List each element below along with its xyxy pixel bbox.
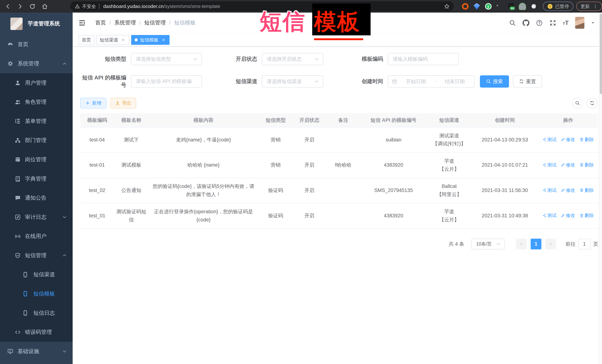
- browser-home-icon[interactable]: [42, 3, 48, 10]
- app-logo[interactable]: 芋道管理系统: [0, 13, 73, 35]
- search-icon[interactable]: [509, 20, 516, 26]
- sidebar-item-post-mgmt[interactable]: 岗位管理: [0, 150, 73, 169]
- goto-page-input[interactable]: [578, 239, 591, 250]
- export-button[interactable]: 导出: [110, 98, 136, 108]
- sidebar-item-sms-channel[interactable]: 短信渠道: [0, 265, 73, 284]
- row-action-test[interactable]: 测试: [542, 186, 557, 194]
- row-action-test[interactable]: 测试: [542, 161, 557, 169]
- row-action-test[interactable]: 测试: [542, 211, 557, 219]
- add-button[interactable]: 新增: [80, 98, 106, 108]
- channel-select[interactable]: 请选择短信渠道: [262, 75, 323, 88]
- update-label: 更新: [580, 3, 590, 10]
- reload-icon[interactable]: [29, 3, 36, 10]
- channel-tag: 【调试(钉钉)】: [429, 140, 470, 148]
- row-action-edit[interactable]: 修改: [561, 135, 575, 144]
- github-icon[interactable]: [523, 20, 529, 26]
- share-icon: [542, 137, 547, 142]
- sidebar-item-home[interactable]: 首页: [0, 35, 73, 54]
- extension-icon-person[interactable]: [519, 3, 526, 10]
- search-button[interactable]: 搜索: [480, 75, 509, 88]
- reset-button[interactable]: 重置: [513, 75, 542, 88]
- sidebar-item-online-users[interactable]: 在线用户: [0, 227, 73, 246]
- breadcrumb-item[interactable]: 短信管理: [144, 19, 166, 26]
- debug-paused-badge[interactable]: 已暂停: [543, 2, 573, 11]
- browser-update-button[interactable]: 更新: [576, 2, 602, 11]
- extension-icon-grid[interactable]: [496, 5, 500, 8]
- current-page-button[interactable]: 1: [531, 239, 541, 250]
- bookmark-star-icon[interactable]: [444, 3, 450, 9]
- extensions-puzzle-icon[interactable]: [531, 3, 537, 10]
- tab-close-icon[interactable]: ×: [120, 37, 126, 42]
- filter-label: 短信渠道: [205, 78, 262, 85]
- breadcrumb-item[interactable]: 首页: [95, 19, 106, 26]
- sidebar-item-sms-mgmt[interactable]: 短信管理: [0, 246, 73, 265]
- extension-icon-gem[interactable]: [473, 3, 480, 10]
- scrollbar-thumb[interactable]: [600, 13, 602, 94]
- sidebar-collapse-icon[interactable]: [78, 19, 86, 26]
- tab-close-icon[interactable]: ×: [161, 37, 166, 42]
- extension-icons: y on: [462, 3, 537, 10]
- not-secure-label[interactable]: 不安全: [82, 3, 96, 10]
- back-icon[interactable]: [5, 3, 11, 10]
- sidebar-item-sms-template[interactable]: 短信模板: [0, 284, 73, 303]
- sidebar-item-sms-log[interactable]: 短信日志: [0, 303, 73, 323]
- row-action-delete[interactable]: 删除: [580, 186, 594, 194]
- sidebar-item-infrastructure[interactable]: 基础设施: [0, 342, 73, 361]
- start-date-placeholder[interactable]: 开始日期: [400, 78, 431, 85]
- extension-icon-green-y[interactable]: y: [485, 3, 492, 10]
- template-code-input[interactable]: [388, 53, 458, 65]
- broadcast-icon: [15, 233, 21, 239]
- sidebar-item-role-mgmt[interactable]: 角色管理: [0, 92, 73, 112]
- tab-sms-template[interactable]: 短信模板×: [131, 35, 170, 45]
- extension-icon-orange[interactable]: [462, 3, 468, 10]
- sidebar-item-dept-mgmt[interactable]: 部门管理: [0, 131, 73, 150]
- sidebar-item-error-code-mgmt[interactable]: 错误码管理: [0, 322, 73, 342]
- sidebar-item-notice[interactable]: 通知公告: [0, 188, 73, 208]
- next-page-button[interactable]: [545, 239, 556, 250]
- tab-sms-channel[interactable]: 短信渠道×: [96, 35, 129, 45]
- cell-status: 开启: [293, 153, 326, 178]
- row-action-edit[interactable]: 修改: [561, 186, 575, 194]
- sidebar: 芋道管理系统 首页 系统管理 用户管理 角色管理 菜单管理: [0, 13, 73, 364]
- breadcrumb-item[interactable]: 系统管理: [114, 19, 136, 26]
- sidebar-item-user-mgmt[interactable]: 用户管理: [0, 73, 73, 93]
- sidebar-item-menu-mgmt[interactable]: 菜单管理: [0, 112, 73, 131]
- sidebar-item-audit-log[interactable]: 审计日志: [0, 208, 73, 227]
- api-template-id-input[interactable]: [131, 76, 202, 87]
- prev-page-button[interactable]: [516, 239, 527, 250]
- row-action-edit[interactable]: 修改: [561, 211, 575, 219]
- not-secure-warning-icon[interactable]: [75, 4, 80, 9]
- end-date-placeholder[interactable]: 结束日期: [439, 78, 471, 85]
- row-action-test[interactable]: 测试: [542, 135, 557, 144]
- sms-type-select[interactable]: 请选择短信类型: [131, 53, 202, 65]
- action-label: 删除: [585, 211, 594, 219]
- col-header: 模板编码: [80, 113, 114, 127]
- avatar-caret-down-icon[interactable]: [591, 21, 595, 25]
- row-action-delete[interactable]: 删除: [580, 211, 594, 219]
- cell-api-id: 4383920: [361, 203, 427, 229]
- sidebar-item-system-mgmt[interactable]: 系统管理: [0, 54, 73, 73]
- row-action-delete[interactable]: 删除: [580, 161, 594, 169]
- search-icon: [575, 101, 580, 105]
- channel-name: 芋道: [429, 157, 470, 165]
- page-size-select[interactable]: 10条/页: [471, 239, 505, 250]
- sidebar-item-dict-mgmt[interactable]: 字典管理: [0, 169, 73, 188]
- help-icon[interactable]: [536, 20, 543, 26]
- row-action-delete[interactable]: 删除: [580, 135, 594, 144]
- calendar-icon: [392, 79, 397, 84]
- refresh-table-button[interactable]: [587, 98, 597, 108]
- user-avatar[interactable]: [575, 17, 584, 29]
- browser-menu-dots-icon[interactable]: [593, 4, 598, 9]
- row-action-edit[interactable]: 修改: [561, 161, 575, 169]
- date-range-picker[interactable]: 开始日期 - 结束日期: [388, 75, 474, 88]
- extension-icon-switch-on[interactable]: on: [508, 3, 514, 8]
- tab-home[interactable]: 首页: [78, 35, 95, 45]
- forward-icon[interactable]: [17, 3, 23, 10]
- breadcrumb-separator: /: [109, 20, 111, 26]
- font-size-icon[interactable]: TT: [563, 20, 569, 26]
- sidebar-item-label: 短信模板: [33, 290, 55, 298]
- status-select[interactable]: 请选择开启状态: [262, 53, 323, 65]
- fullscreen-icon[interactable]: [549, 20, 556, 26]
- show-search-button[interactable]: [572, 98, 583, 108]
- page-scrollbar[interactable]: [599, 13, 602, 364]
